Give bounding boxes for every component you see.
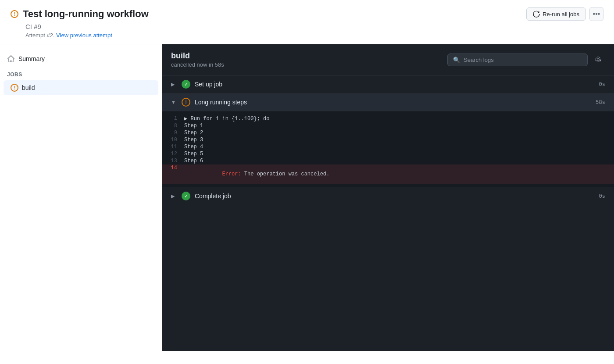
step-warning-icon: !	[182, 98, 190, 107]
rerun-icon	[533, 11, 540, 18]
step-success-icon: ✓	[182, 80, 190, 89]
search-icon: 🔍	[453, 57, 460, 63]
step-complete-job[interactable]: ▶ ✓ Complete job 0s	[162, 187, 614, 205]
step-name-setup: Set up job	[195, 81, 222, 88]
ellipsis-icon: •••	[593, 10, 600, 18]
job-header-right: 🔍	[447, 53, 605, 67]
job-status: cancelled now in 58s	[171, 61, 224, 68]
line-number-1: 1	[162, 115, 184, 121]
log-line-10: 10 Step 3	[162, 136, 614, 143]
line-number-9: 9	[162, 130, 184, 136]
log-line-9: 9 Step 2	[162, 129, 614, 136]
more-options-button[interactable]: •••	[589, 7, 603, 21]
job-header-left: build cancelled now in 58s	[171, 51, 224, 68]
chevron-down-icon: ▼	[171, 100, 177, 105]
line-content-8: Step 1	[184, 123, 203, 129]
main-panel: build cancelled now in 58s 🔍	[162, 44, 614, 351]
attempt-text: Attempt #2.	[25, 32, 54, 39]
chevron-right-icon: ▶	[171, 82, 177, 87]
sidebar-build-warning-icon: !	[11, 84, 18, 92]
line-number-8: 8	[162, 123, 184, 129]
step-name-complete: Complete job	[195, 193, 231, 200]
step-duration-longrunning: 58s	[596, 99, 605, 105]
chevron-right-complete-icon: ▶	[171, 193, 177, 199]
line-content-12: Step 5	[184, 151, 203, 157]
sidebar: Summary Jobs ! build	[0, 44, 162, 351]
steps-container: ▶ ✓ Set up job 0s ▼ ! Long running steps…	[162, 75, 614, 351]
main-layout: Summary Jobs ! build build cancelled now…	[0, 44, 614, 351]
gear-icon	[595, 56, 602, 63]
settings-button[interactable]	[591, 53, 605, 67]
line-content-10: Step 3	[184, 137, 203, 143]
search-logs-input[interactable]	[464, 57, 582, 63]
log-line-11: 11 Step 4	[162, 143, 614, 150]
search-bar[interactable]: 🔍	[447, 54, 588, 66]
step-duration-setup: 0s	[599, 81, 605, 87]
error-message: The operation was canceled.	[241, 171, 330, 177]
line-number-13: 13	[162, 158, 184, 164]
line-content-1: ▶ Run for i in {1..100}; do	[184, 115, 269, 122]
line-content-13: Step 6	[184, 158, 203, 164]
job-name: build	[171, 51, 224, 61]
log-output: 1 ▶ Run for i in {1..100}; do 8 Step 1 9…	[162, 111, 614, 187]
error-keyword: Error:	[222, 171, 241, 177]
step-left-setup: ▶ ✓ Set up job	[171, 80, 222, 89]
ci-number: CI #9	[25, 23, 603, 30]
step-left-longrunning: ▼ ! Long running steps	[171, 98, 247, 107]
log-line-14-error: 14 Error: The operation was canceled.	[162, 164, 614, 184]
rerun-all-jobs-button[interactable]: Re-run all jobs	[526, 7, 586, 21]
step-duration-complete: 0s	[599, 193, 605, 199]
home-icon	[7, 55, 15, 63]
sidebar-item-build[interactable]: ! build	[4, 80, 158, 95]
sidebar-build-label: build	[22, 84, 35, 91]
step-set-up-job[interactable]: ▶ ✓ Set up job 0s	[162, 75, 614, 93]
line-number-12: 12	[162, 151, 184, 157]
header-title-left: ! Test long-running workflow	[11, 8, 149, 20]
job-header: build cancelled now in 58s 🔍	[162, 44, 614, 75]
summary-label: Summary	[18, 55, 45, 62]
header-title-row: ! Test long-running workflow Re-run all …	[11, 7, 603, 21]
header-warning-icon: !	[11, 10, 18, 18]
sidebar-item-summary[interactable]: Summary	[0, 51, 162, 66]
line-number-11: 11	[162, 144, 184, 150]
jobs-section-label: Jobs	[0, 66, 162, 80]
line-number-10: 10	[162, 137, 184, 143]
line-number-14: 14	[162, 165, 184, 171]
attempt-info: Attempt #2. View previous attempt	[25, 32, 603, 39]
log-line-1: 1 ▶ Run for i in {1..100}; do	[162, 115, 614, 122]
step-long-running[interactable]: ▼ ! Long running steps 58s	[162, 93, 614, 111]
view-previous-attempt-link[interactable]: View previous attempt	[56, 32, 112, 39]
line-content-9: Step 2	[184, 130, 203, 136]
step-left-complete: ▶ ✓ Complete job	[171, 192, 231, 200]
line-content-14: Error: The operation was canceled.	[184, 165, 329, 183]
page-title: Test long-running workflow	[23, 8, 149, 20]
page-header: ! Test long-running workflow Re-run all …	[0, 0, 614, 44]
rerun-label: Re-run all jobs	[543, 11, 579, 18]
log-line-8: 8 Step 1	[162, 122, 614, 129]
step-success-complete-icon: ✓	[182, 192, 190, 200]
log-line-13: 13 Step 6	[162, 157, 614, 164]
step-name-longrunning: Long running steps	[195, 99, 247, 106]
log-line-12: 12 Step 5	[162, 150, 614, 157]
header-actions: Re-run all jobs •••	[526, 7, 603, 21]
line-content-11: Step 4	[184, 144, 203, 150]
